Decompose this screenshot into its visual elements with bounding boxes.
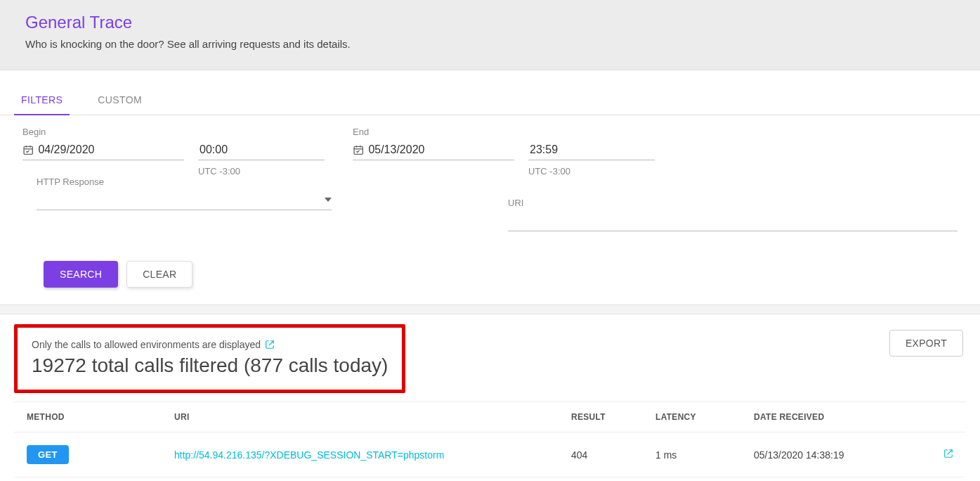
table-row: GEThttp://54.94.216.135/?XDEBUG_SESSION_… — [14, 432, 966, 477]
chevron-down-icon — [325, 196, 332, 203]
result-cell: 404 — [558, 432, 643, 477]
http-response-label: HTTP Response — [37, 177, 494, 187]
uri-input[interactable] — [508, 214, 958, 228]
col-result[interactable]: RESULT — [558, 402, 643, 432]
http-response-select[interactable] — [37, 190, 332, 210]
search-button[interactable]: SEARCH — [44, 261, 118, 288]
end-time-field[interactable] — [528, 140, 655, 160]
section-divider — [0, 304, 980, 314]
col-uri[interactable]: URI — [162, 402, 558, 432]
begin-time-input[interactable] — [198, 143, 325, 157]
clear-button[interactable]: CLEAR — [126, 261, 192, 288]
col-date-received[interactable]: DATE RECEIVED — [741, 402, 931, 432]
end-tz: UTC -3:00 — [528, 166, 641, 177]
http-response-input[interactable] — [37, 193, 325, 207]
svg-rect-0 — [24, 146, 32, 154]
calls-table: METHOD URI RESULT LATENCY DATE RECEIVED … — [14, 402, 966, 481]
total-calls-text: 19272 total calls filtered (877 calls to… — [32, 354, 388, 377]
begin-date-input[interactable] — [37, 143, 184, 157]
table-row: POSThttp://192.168.0.1/GponForm/diag_For… — [14, 477, 966, 482]
begin-tz: UTC -3:00 — [198, 166, 311, 177]
date-received-cell: 05/13/2020 14:35:29 — [741, 477, 931, 482]
latency-cell: 1 ms — [643, 477, 741, 482]
end-date-field[interactable] — [353, 140, 514, 160]
tab-filters[interactable]: FILTERS — [14, 83, 70, 115]
col-method[interactable]: METHOD — [14, 402, 162, 432]
latency-cell: 1 ms — [643, 432, 741, 477]
spacer-label — [198, 127, 311, 137]
filter-form: Begin UTC -3:00 End UTC -3:00 — [0, 115, 980, 304]
external-link-icon[interactable] — [265, 340, 275, 349]
tabs-row: FILTERS CUSTOM — [0, 83, 980, 115]
allowed-environments-text: Only the calls to allowed environments a… — [32, 339, 261, 350]
end-label: End — [353, 127, 514, 137]
begin-time-field[interactable] — [198, 140, 325, 160]
col-latency[interactable]: LATENCY — [643, 402, 741, 432]
tab-custom[interactable]: CUSTOM — [91, 83, 149, 115]
uri-field[interactable] — [508, 211, 958, 231]
calendar-icon — [22, 143, 34, 156]
method-badge: GET — [27, 445, 69, 464]
end-time-input[interactable] — [528, 143, 655, 157]
spacer-label — [528, 127, 641, 137]
svg-rect-4 — [354, 146, 362, 154]
col-actions — [931, 402, 966, 432]
uri-link[interactable]: http://54.94.216.135/?XDEBUG_SESSION_STA… — [174, 449, 444, 461]
date-received-cell: 05/13/2020 14:38:19 — [741, 432, 931, 477]
page-header: General Trace Who is knocking on the doo… — [0, 0, 980, 70]
page-subtitle: Who is knocking on the door? See all arr… — [25, 38, 955, 50]
result-cell: 404 — [558, 477, 643, 482]
export-button[interactable]: EXPORT — [889, 330, 963, 357]
results-highlight-box: Only the calls to allowed environments a… — [14, 324, 405, 393]
calendar-icon — [353, 143, 364, 156]
begin-date-field[interactable] — [22, 140, 184, 160]
results-summary-row: Only the calls to allowed environments a… — [0, 314, 980, 393]
end-date-input[interactable] — [367, 143, 514, 157]
begin-label: Begin — [22, 127, 184, 137]
open-detail-icon[interactable] — [943, 449, 953, 458]
page-title: General Trace — [25, 13, 955, 32]
uri-label: URI — [508, 198, 958, 208]
